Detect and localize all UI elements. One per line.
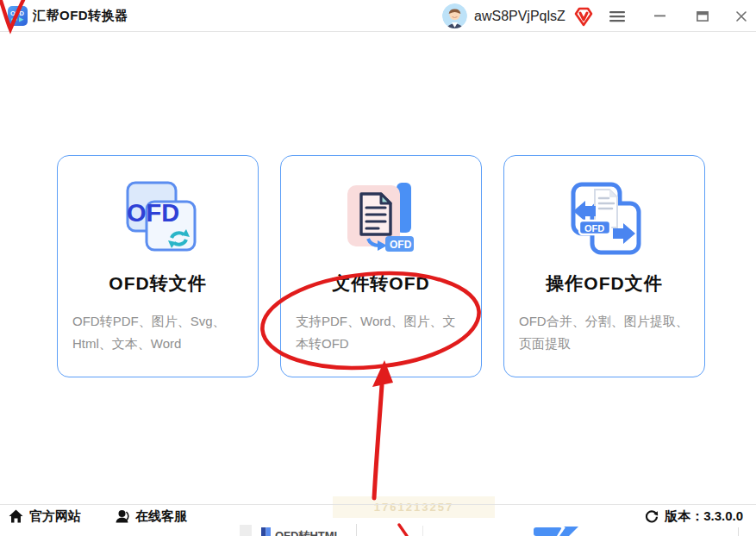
menu-button[interactable] xyxy=(599,0,635,32)
card-file-to-ofd[interactable]: OFD 文件转OFD 支持PDF、Word、图片、文本转OFD xyxy=(280,155,482,377)
maximize-button[interactable] xyxy=(684,0,721,32)
svg-text:OFD: OFD xyxy=(584,223,604,234)
card-title: 操作OFD文件 xyxy=(504,271,704,296)
partial-divider xyxy=(422,526,423,536)
hamburger-icon xyxy=(609,10,625,22)
faint-watermark: 1761213257 xyxy=(333,496,495,518)
titlebar: OFD 汇帮OFD转换器 awS8PVjPqlsZ xyxy=(0,0,756,32)
close-icon xyxy=(736,11,747,22)
card-description: 支持PDF、Word、图片、文本转OFD xyxy=(296,310,466,356)
app-title: 汇帮OFD转换器 xyxy=(33,8,128,24)
card-title: 文件转OFD xyxy=(281,271,481,296)
svg-text:OFD: OFD xyxy=(390,239,412,251)
svg-text:OFD: OFD xyxy=(10,9,24,17)
minimize-button[interactable] xyxy=(641,0,678,32)
card-description: OFD合并、分割、图片提取、页面提取 xyxy=(519,310,690,356)
partial-divider xyxy=(738,527,739,536)
arrow-shaft-annotation xyxy=(374,385,382,498)
svg-text:OFD: OFD xyxy=(127,199,179,227)
user-avatar xyxy=(442,3,467,28)
partial-window-bottom: OFD转HTML xyxy=(0,522,756,536)
user-account-area[interactable]: awS8PVjPqlsZ xyxy=(442,2,594,30)
ofd-to-html-item-icon xyxy=(261,527,271,536)
update-refresh-icon xyxy=(645,509,659,523)
partial-divider xyxy=(356,524,357,536)
card-title: OFD转文件 xyxy=(58,271,258,296)
minimize-icon xyxy=(654,15,665,17)
vip-badge-icon[interactable] xyxy=(573,6,594,27)
card-description: OFD转PDF、图片、Svg、Html、文本、Word xyxy=(72,310,243,356)
file-to-ofd-icon: OFD xyxy=(340,178,422,258)
partial-blue-button xyxy=(534,527,578,536)
partial-gray-block xyxy=(240,525,252,536)
username-label: awS8PVjPqlsZ xyxy=(474,9,565,24)
ofd-to-file-icon: OFD xyxy=(116,178,199,258)
footer-divider xyxy=(0,504,756,505)
ofd-to-html-item-label[interactable]: OFD转HTML xyxy=(275,528,341,536)
home-icon xyxy=(9,509,23,523)
card-operate-ofd[interactable]: OFD 操作OFD文件 OFD合并、分割、图片提取、页面提取 xyxy=(503,155,705,377)
operate-ofd-icon: OFD xyxy=(563,178,646,258)
person-icon xyxy=(115,509,129,523)
card-ofd-to-file[interactable]: OFD OFD转文件 OFD转PDF、图片、Svg、Html、文本、Word xyxy=(57,155,259,377)
close-button[interactable] xyxy=(727,0,756,32)
maximize-icon xyxy=(697,11,709,22)
app-logo-icon: OFD xyxy=(8,6,28,26)
